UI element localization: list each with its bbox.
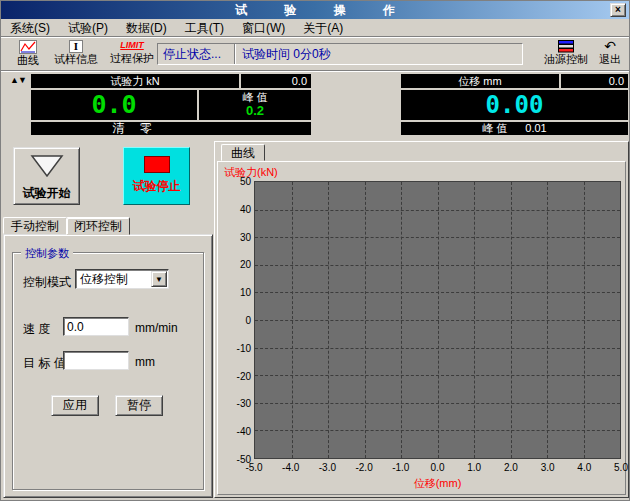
test-stop-label: 试验停止	[124, 178, 189, 195]
chart-content: 试验力(kN) 50403020100-10-20-30-40-50 -5.0-…	[217, 161, 626, 495]
y-tick-label: 40	[240, 203, 251, 214]
force-small-value: 0.0	[241, 74, 311, 88]
gridline-horizontal	[255, 403, 620, 404]
menu-item-工具(T)[interactable]: 工具(T)	[176, 20, 233, 36]
test-time-text: 试验时间 0分0秒	[235, 46, 331, 63]
displacement-peak-value: 0.01	[525, 122, 546, 135]
x-tick-label: 0.0	[431, 462, 445, 473]
start-triangle-icon	[28, 153, 66, 179]
process-protect-toolbar-button[interactable]: LIMIT 过程保护	[105, 39, 159, 70]
gridline-vertical	[511, 182, 512, 458]
control-tab-page: 控制参数 控制模式 位移控制 ▼ 速 度 mm/min 目 标 值 mm 应用 …	[3, 234, 213, 498]
gridline-horizontal	[255, 375, 620, 376]
tab-手动控制[interactable]: 手动控制	[3, 217, 67, 234]
force-peak-value: 0.2	[199, 104, 311, 118]
menu-item-数据(D)[interactable]: 数据(D)	[117, 20, 176, 36]
gridline-vertical	[474, 182, 475, 458]
target-value-input[interactable]	[63, 351, 129, 370]
exit-icon: ↶	[595, 39, 625, 53]
control-mode-select[interactable]: 位移控制 ▼	[75, 269, 169, 289]
stop-square-icon	[144, 156, 170, 173]
menu-bar: 系统(S)试验(P)数据(D)工具(T)窗口(W)关于(A)	[1, 19, 629, 37]
exit-toolbar-button[interactable]: ↶ 退出	[595, 39, 625, 70]
x-tick-label: -1.0	[392, 462, 409, 473]
exit-button-label: 退出	[595, 53, 625, 66]
menu-item-试验(P)[interactable]: 试验(P)	[59, 20, 117, 36]
close-icon[interactable]: ×	[610, 3, 626, 17]
force-zero-button[interactable]: 清 零	[31, 122, 311, 135]
y-tick-label: -30	[237, 398, 251, 409]
control-params-group: 控制参数 控制模式 位移控制 ▼ 速 度 mm/min 目 标 值 mm 应用 …	[12, 252, 204, 490]
force-main-display: 0.0	[31, 90, 197, 120]
target-value-label: 目 标 值	[23, 355, 66, 372]
x-tick-label: 5.0	[614, 462, 628, 473]
x-tick-label: 1.0	[467, 462, 481, 473]
menu-item-系统(S)[interactable]: 系统(S)	[1, 20, 59, 36]
displacement-panel: 位移 mm 0.0 0.00 峰 值 0.01	[401, 74, 628, 135]
y-tick-label: -10	[237, 342, 251, 353]
oil-source-icon	[558, 40, 574, 53]
app-window: { "window": { "title": "试 验 操 作" }, "ico…	[0, 0, 630, 501]
x-tick-label: -4.0	[282, 462, 299, 473]
oil-source-button-label: 油源控制	[542, 53, 590, 66]
sample-info-icon: I	[69, 40, 83, 53]
force-peak-box: 峰 值 0.2	[199, 90, 311, 120]
menu-item-窗口(W)[interactable]: 窗口(W)	[233, 20, 294, 36]
y-tick-label: 10	[240, 287, 251, 298]
gridline-horizontal	[255, 348, 620, 349]
displacement-main-display: 0.00	[401, 90, 628, 120]
tab-闭环控制[interactable]: 闭环控制	[66, 217, 130, 235]
curve-icon	[19, 40, 37, 54]
process-protect-button-label: 过程保护	[105, 52, 159, 65]
sample-info-toolbar-button[interactable]: I 试样信息	[51, 39, 101, 70]
test-start-label: 试验开始	[14, 185, 79, 202]
test-start-button[interactable]: 试验开始	[13, 147, 80, 205]
control-mode-value: 位移控制	[76, 271, 151, 288]
x-tick-label: 4.0	[577, 462, 591, 473]
y-tick-label: -20	[237, 370, 251, 381]
x-axis-title: 位移(mm)	[254, 476, 621, 491]
gridline-horizontal	[255, 430, 620, 431]
test-stop-button[interactable]: 试验停止	[123, 147, 190, 205]
curve-toolbar-button[interactable]: 曲线	[9, 39, 47, 70]
speed-label: 速 度	[23, 321, 50, 338]
y-tick-label: 50	[240, 176, 251, 187]
y-axis-ticks: 50403020100-10-20-30-40-50	[218, 181, 251, 459]
machine-status-text: 停止状态...	[158, 46, 234, 63]
force-peak-label: 峰 值	[199, 90, 311, 104]
displacement-peak-label: 峰 值	[482, 122, 507, 135]
plot-area	[254, 181, 621, 459]
apply-button[interactable]: 应用	[51, 395, 99, 416]
curve-button-label: 曲线	[9, 54, 47, 67]
tab-curve[interactable]: 曲线	[221, 144, 265, 161]
status-box: 停止状态... 试验时间 0分0秒	[157, 43, 523, 65]
oil-source-toolbar-button[interactable]: 油源控制	[542, 39, 590, 70]
speed-input[interactable]	[63, 317, 129, 336]
x-tick-label: -2.0	[355, 462, 372, 473]
gridline-vertical	[547, 182, 548, 458]
control-params-group-label: 控制参数	[21, 246, 73, 261]
displacement-small-value: 0.0	[561, 74, 628, 88]
force-panel: ▲▼ 试验力 kN 0.0 0.0 峰 值 0.2 清 零	[9, 74, 311, 135]
x-axis-ticks: -5.0-4.0-3.0-2.0-1.00.01.02.03.04.05.0	[254, 462, 621, 474]
displacement-peak-bar: 峰 值 0.01	[401, 122, 628, 135]
pause-button[interactable]: 暂停	[115, 395, 163, 416]
gridline-vertical	[584, 182, 585, 458]
sample-info-button-label: 试样信息	[51, 53, 101, 66]
displacement-panel-title: 位移 mm	[401, 74, 559, 88]
chart-panel: 曲线 试验力(kN) 50403020100-10-20-30-40-50 -5…	[214, 141, 629, 498]
y-tick-label: 30	[240, 231, 251, 242]
x-tick-label: -3.0	[319, 462, 336, 473]
y-tick-label: 0	[245, 315, 251, 326]
speed-unit: mm/min	[135, 321, 178, 335]
force-zero-label: 清 零	[31, 122, 239, 135]
window-title: 试 验 操 作	[1, 1, 629, 19]
y-tick-label: -40	[237, 426, 251, 437]
title-bar: 试 验 操 作 ×	[1, 1, 629, 19]
up-down-arrows-icon: ▲▼	[10, 75, 26, 85]
force-panel-title: 试验力 kN	[31, 74, 239, 88]
menu-item-关于(A)[interactable]: 关于(A)	[294, 20, 352, 36]
target-unit: mm	[135, 355, 155, 369]
chevron-down-icon[interactable]: ▼	[151, 271, 167, 287]
limit-icon: LIMIT	[105, 39, 159, 52]
